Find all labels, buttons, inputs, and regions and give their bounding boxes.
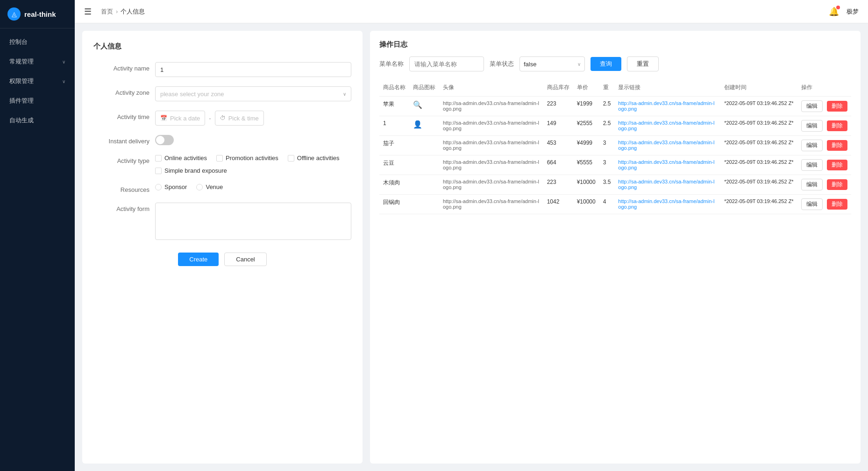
radio-sponsor[interactable]: Sponsor	[155, 183, 187, 190]
menu-name-label: 菜单名称	[379, 60, 404, 68]
cell-link[interactable]: http://sa-admin.dev33.cn/sa-frame/admin-…	[614, 155, 720, 175]
toggle-thumb	[156, 136, 164, 144]
activity-zone-control: please select your zone ∨	[155, 86, 351, 101]
cell-created: *2022-05-09T 03:19:46.252 Z*	[720, 175, 797, 195]
create-button[interactable]: Create	[178, 253, 219, 266]
date-placeholder: Pick a date	[170, 115, 200, 122]
menu-status-select[interactable]: false ∨	[519, 56, 585, 71]
radio-venue[interactable]: Venue	[196, 183, 223, 190]
checkbox-brand-label: Simple brand exposure	[164, 167, 227, 174]
resources-radios: Sponsor Venue	[155, 183, 351, 190]
chevron-down-icon: ∨	[577, 62, 581, 67]
reset-button[interactable]: 重置	[627, 56, 659, 71]
resources-label: Resources	[93, 183, 149, 193]
cell-stock: 664	[543, 155, 573, 175]
edit-button[interactable]: 编辑	[801, 179, 823, 190]
delete-button[interactable]: 删除	[827, 120, 847, 131]
cell-link[interactable]: http://sa-admin.dev33.cn/sa-frame/admin-…	[614, 97, 720, 116]
checkbox-offline[interactable]: Offline activities	[288, 155, 340, 162]
cell-product-icon	[409, 136, 439, 155]
checkbox-online-label: Online activities	[164, 155, 207, 162]
cell-weight: 2.5	[599, 97, 615, 116]
radio-circle	[196, 184, 203, 190]
table-row: 1 👤 http://sa-admin.dev33.cn/sa-frame/ad…	[379, 116, 851, 136]
cell-actions: 编辑 删除	[797, 97, 851, 116]
cell-created: *2022-05-09T 03:19:46.252 Z*	[720, 195, 797, 214]
sidebar-item-permission[interactable]: 权限管理 ∨	[0, 71, 75, 91]
activity-form-textarea[interactable]	[155, 203, 351, 240]
breadcrumb-home[interactable]: 首页	[101, 7, 113, 16]
cell-product-name: 茄子	[379, 136, 409, 155]
activity-name-control	[155, 62, 351, 77]
activity-name-input[interactable]	[155, 62, 351, 77]
table-row: 苹果 🔍 http://sa-admin.dev33.cn/sa-frame/a…	[379, 97, 851, 116]
cell-link[interactable]: http://sa-admin.dev33.cn/sa-frame/admin-…	[614, 116, 720, 136]
filter-row: 菜单名称 菜单状态 false ∨ 查询 重置	[379, 56, 851, 71]
instant-delivery-row: Instant delivery	[93, 135, 351, 145]
edit-button[interactable]: 编辑	[801, 100, 823, 112]
sidebar-item-routine[interactable]: 常规管理 ∨	[0, 52, 75, 71]
cell-link[interactable]: http://sa-admin.dev33.cn/sa-frame/admin-…	[614, 136, 720, 155]
delete-button[interactable]: 删除	[827, 199, 847, 210]
edit-button[interactable]: 编辑	[801, 140, 823, 151]
query-button[interactable]: 查询	[591, 57, 621, 71]
activity-time-control: 📅 Pick a date - ⏱ Pick & time	[155, 111, 351, 126]
edit-button[interactable]: 编辑	[801, 198, 823, 210]
resources-row: Resources Sponsor Venue	[93, 183, 351, 193]
menu-name-input[interactable]	[409, 56, 484, 71]
cell-actions: 编辑 删除	[797, 195, 851, 214]
time-picker[interactable]: ⏱ Pick & time	[215, 111, 264, 126]
cell-product-name: 回锅肉	[379, 195, 409, 214]
delete-button[interactable]: 删除	[827, 101, 847, 112]
cell-price: ¥5555	[573, 155, 599, 175]
col-created: 创建时间	[720, 79, 797, 97]
operations-log-panel: 操作日志 菜单名称 菜单状态 false ∨ 查询 重置 商品名称	[370, 31, 861, 464]
cell-created: *2022-05-09T 03:19:46.252 Z*	[720, 136, 797, 155]
delete-button[interactable]: 删除	[827, 179, 847, 190]
delete-button[interactable]: 删除	[827, 140, 847, 151]
delete-button[interactable]: 删除	[827, 160, 847, 170]
main-container: ☰ 首页 › 个人信息 🔔 极梦 个人信息 Activity name	[75, 0, 868, 471]
sidebar-item-plugin[interactable]: 插件管理	[0, 91, 75, 111]
cell-weight: 3	[599, 155, 615, 175]
cell-link[interactable]: http://sa-admin.dev33.cn/sa-frame/admin-…	[614, 195, 720, 214]
date-picker[interactable]: 📅 Pick a date	[155, 111, 205, 126]
sidebar-item-autogen[interactable]: 自动生成	[0, 111, 75, 130]
search-icon: 🔍	[413, 101, 422, 109]
col-product-icon: 商品图标	[409, 79, 439, 97]
radio-sponsor-label: Sponsor	[164, 183, 187, 190]
time-placeholder: Pick & time	[228, 115, 259, 122]
checkbox-online[interactable]: Online activities	[155, 155, 207, 162]
hamburger-icon[interactable]: ☰	[84, 7, 92, 17]
activity-zone-select[interactable]: please select your zone ∨	[155, 86, 351, 101]
checkbox-promotion-label: Promotion activities	[226, 155, 278, 162]
edit-button[interactable]: 编辑	[801, 159, 823, 171]
sidebar-item-dashboard[interactable]: 控制台	[0, 32, 75, 52]
activity-type-checkboxes: Online activities Promotion activities O…	[155, 155, 351, 174]
cell-product-name: 苹果	[379, 97, 409, 116]
cancel-button[interactable]: Cancel	[224, 253, 266, 266]
calendar-icon: 📅	[160, 115, 167, 121]
cell-product-name: 1	[379, 116, 409, 136]
col-stock: 商品库存	[543, 79, 573, 97]
breadcrumb-separator: ›	[116, 8, 118, 15]
personal-info-panel: 个人信息 Activity name Activity zone please …	[82, 31, 363, 464]
cell-actions: 编辑 删除	[797, 175, 851, 195]
cell-stock: 223	[543, 175, 573, 195]
username: 极梦	[847, 7, 859, 16]
cell-link[interactable]: http://sa-admin.dev33.cn/sa-frame/admin-…	[614, 175, 720, 195]
resources-control: Sponsor Venue	[155, 183, 351, 190]
checkbox-brand[interactable]: Simple brand exposure	[155, 167, 227, 174]
activity-time-row: Activity time 📅 Pick a date - ⏱ Pick & t…	[93, 111, 351, 126]
activity-name-row: Activity name	[93, 62, 351, 77]
checkbox-promotion[interactable]: Promotion activities	[216, 155, 278, 162]
notification-dot	[836, 6, 840, 9]
time-separator: -	[209, 115, 211, 122]
instant-delivery-toggle[interactable]	[155, 135, 174, 145]
edit-button[interactable]: 编辑	[801, 120, 823, 132]
cell-product-icon: 👤	[409, 116, 439, 136]
col-price: 单价	[573, 79, 599, 97]
activity-time-label: Activity time	[93, 111, 149, 120]
checkbox-box	[288, 155, 294, 162]
sidebar: ◬ real-think 控制台 常规管理 ∨ 权限管理 ∨ 插件管理 自动生成	[0, 0, 75, 471]
